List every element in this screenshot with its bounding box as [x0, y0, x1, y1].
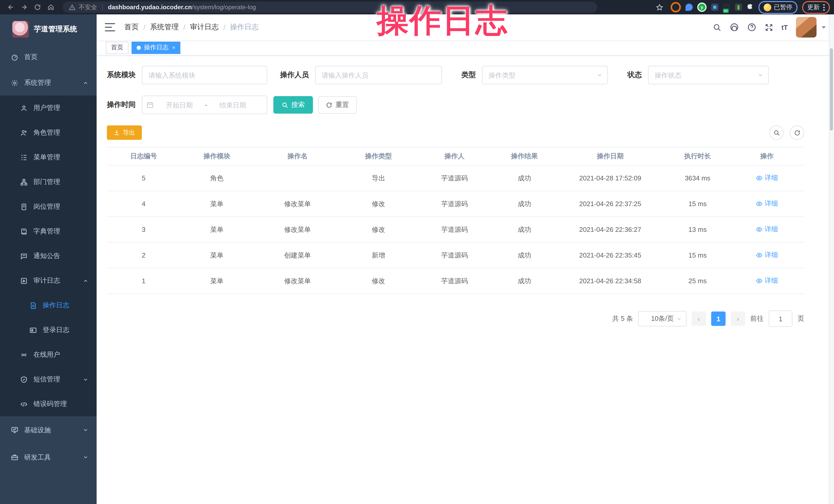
sidebar-item-label: 操作日志: [43, 301, 69, 310]
code-icon: [20, 400, 28, 408]
font-size-icon[interactable]: tT: [781, 23, 788, 31]
search-button[interactable]: 搜索: [273, 96, 313, 114]
type-select[interactable]: [482, 66, 608, 84]
sidebar-item-menus[interactable]: 菜单管理: [0, 145, 96, 170]
puzzle-extensions-icon[interactable]: [747, 4, 754, 11]
sidebar-item-label: 通知公告: [34, 251, 60, 261]
app-logo-row[interactable]: 芋道管理系统: [0, 15, 96, 44]
avatar-caret-down-icon[interactable]: [822, 26, 826, 28]
extension-icon[interactable]: on: [723, 4, 730, 11]
sidebar-item-departments[interactable]: 部门管理: [0, 170, 96, 194]
extension-icon[interactable]: [711, 4, 718, 11]
sidebar-item-sms[interactable]: 短信管理: [0, 367, 96, 392]
detail-link[interactable]: 详细: [756, 199, 778, 209]
address-bar[interactable]: 不安全 dashboard.yudao.iocoder.cn/system/lo…: [63, 2, 597, 13]
sidebar-item-online-users[interactable]: 在线用户: [0, 342, 96, 367]
start-date-input[interactable]: [156, 101, 203, 109]
chevron-up-icon: [83, 80, 88, 86]
breadcrumb-item[interactable]: 首页: [124, 23, 139, 32]
end-date-input[interactable]: [209, 101, 257, 109]
detail-link[interactable]: 详细: [756, 174, 778, 183]
sidebar-item-notice[interactable]: 通知公告: [0, 244, 96, 268]
help-icon[interactable]: [747, 23, 756, 32]
extension-icon[interactable]: y: [697, 3, 706, 12]
sidebar-item-users[interactable]: 用户管理: [0, 95, 96, 120]
sidebar-item-label: 菜单管理: [34, 153, 60, 162]
table-toolbar: 导出: [107, 126, 804, 140]
tag-operate-log[interactable]: 操作日志 ×: [132, 41, 180, 54]
extension-icon[interactable]: [671, 2, 681, 12]
cell-name: 创建菜单: [253, 242, 342, 268]
scrollbar-thumb[interactable]: [830, 48, 833, 131]
forward-icon[interactable]: [19, 2, 29, 12]
chevron-down-icon: [83, 427, 88, 433]
profile-chip[interactable]: 已暂停: [759, 1, 797, 14]
sidebar-item-posts[interactable]: 岗位管理: [0, 194, 96, 219]
page-scrollbar[interactable]: [829, 15, 834, 504]
detail-link[interactable]: 详细: [756, 276, 778, 286]
breadcrumb-item[interactable]: 系统管理: [150, 23, 179, 32]
profile-avatar-emoji: [764, 3, 771, 11]
sidebar-item-audit-log[interactable]: 审计日志: [0, 268, 96, 293]
cell-operator: 芋道源码: [415, 217, 494, 242]
cell-log-id: 4: [107, 191, 180, 217]
type-select-input[interactable]: [482, 66, 608, 84]
close-icon[interactable]: ×: [172, 45, 175, 50]
reload-icon[interactable]: [32, 2, 43, 12]
next-page-button[interactable]: ›: [731, 311, 745, 326]
breadcrumb-item[interactable]: 审计日志: [190, 23, 219, 32]
date-range-picker[interactable]: -: [142, 95, 267, 114]
filter-row-2: 操作时间 - 搜索 重置: [107, 95, 824, 114]
sidebar-item-roles[interactable]: 角色管理: [0, 120, 96, 145]
status-select[interactable]: [648, 66, 769, 84]
briefcase-icon: [10, 453, 19, 461]
operate-log-table: 日志编号 操作模块 操作名 操作类型 操作人 操作结果 操作日期 执行时长 操作: [107, 147, 804, 294]
detail-link[interactable]: 详细: [756, 225, 778, 234]
goto-page-input[interactable]: [769, 310, 792, 327]
extension-icon[interactable]: [685, 4, 693, 11]
cell-name: 修改菜单: [253, 217, 342, 242]
bookmark-star-icon[interactable]: [654, 2, 664, 12]
update-button[interactable]: 更新: [802, 1, 830, 14]
sidebar-item-error-codes[interactable]: 错误码管理: [0, 392, 96, 416]
sidebar-item-login-log[interactable]: 登录日志: [0, 318, 96, 342]
toggle-search-button[interactable]: [769, 126, 784, 140]
fullscreen-icon[interactable]: [764, 23, 773, 31]
sidebar-item-system[interactable]: 系统管理: [0, 70, 96, 95]
sidebar-item-infrastructure[interactable]: 基础设施: [0, 416, 96, 444]
prev-page-button[interactable]: ‹: [692, 311, 706, 326]
sidebar-item-home[interactable]: 首页: [0, 44, 96, 70]
sidebar-item-label: 错误码管理: [34, 399, 67, 409]
tag-label: 操作日志: [144, 43, 169, 52]
detail-link-label: 详细: [765, 199, 778, 209]
app-title: 芋道管理系统: [34, 25, 77, 34]
breadcrumb-separator: /: [183, 23, 185, 31]
operator-input[interactable]: [315, 66, 442, 84]
page-size-select[interactable]: 10条/页: [638, 311, 686, 326]
export-button[interactable]: 导出: [107, 126, 142, 140]
extension-icon[interactable]: [735, 4, 742, 11]
github-icon[interactable]: [729, 23, 739, 32]
user-avatar[interactable]: [796, 17, 816, 38]
home-icon[interactable]: [46, 2, 56, 12]
cell-log-id: 2: [107, 242, 180, 268]
module-input[interactable]: [142, 66, 267, 84]
back-icon[interactable]: [6, 2, 16, 12]
tag-home[interactable]: 首页: [106, 41, 129, 54]
module-label: 系统模块: [107, 70, 142, 80]
reset-button[interactable]: 重置: [318, 96, 357, 114]
sidebar-item-operate-log[interactable]: 操作日志: [0, 293, 96, 318]
sidebar-toggle-icon[interactable]: [105, 23, 115, 31]
browser-menu-icon[interactable]: [823, 4, 825, 10]
browser-extensions-area: y on 已暂停 更新: [653, 1, 830, 14]
sidebar-item-dict[interactable]: 字典管理: [0, 219, 96, 244]
current-page-button[interactable]: 1: [711, 311, 726, 326]
sidebar-item-dev-tools[interactable]: 研发工具: [0, 444, 96, 471]
detail-link[interactable]: 详细: [756, 250, 778, 260]
search-icon[interactable]: [712, 23, 721, 31]
cell-date: 2021-04-26 22:37:25: [555, 191, 665, 217]
status-select-input[interactable]: [648, 66, 769, 84]
url-path: /system/log/operate-log: [192, 4, 256, 11]
refresh-table-button[interactable]: [790, 126, 804, 140]
sidebar-item-label: 角色管理: [34, 128, 60, 137]
